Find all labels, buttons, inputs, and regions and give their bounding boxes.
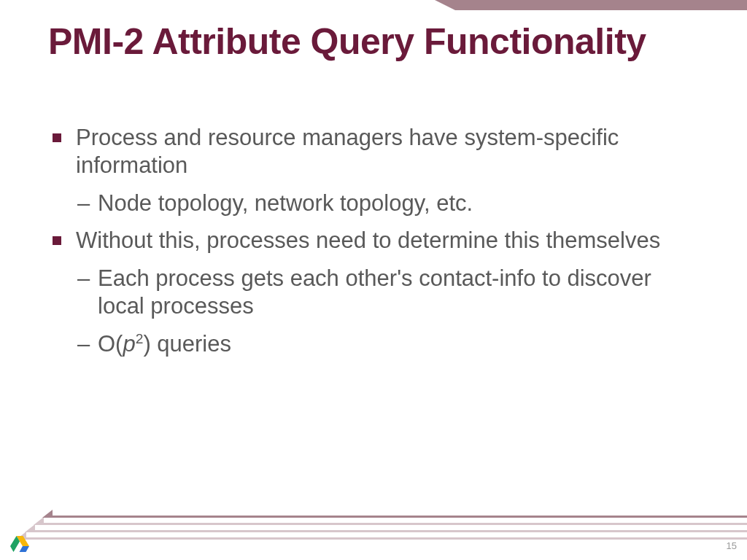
bullet-level1: Without this, processes need to determin…	[53, 227, 694, 254]
footer-stripe	[35, 530, 747, 532]
bullet-level2: O(p2) queries	[53, 330, 694, 358]
bullet-level2: Node topology, network topology, etc.	[53, 190, 694, 217]
footer-stripe	[44, 523, 747, 525]
footer-decoration	[0, 513, 747, 540]
complexity-prefix: O(	[98, 331, 123, 357]
slide-body: Process and resource managers have syste…	[53, 124, 694, 368]
complexity-variable: p	[123, 331, 135, 357]
page-number: 15	[727, 540, 737, 551]
complexity-exponent: 2	[136, 331, 144, 346]
bullet-level2: Each process gets each other's contact-i…	[53, 265, 694, 320]
complexity-suffix: ) queries	[143, 331, 231, 357]
slide-title: PMI-2 Attribute Query Functionality	[48, 22, 705, 61]
header-accent-tab	[455, 0, 747, 10]
footer-stripe	[53, 516, 747, 518]
bullet-level1: Process and resource managers have syste…	[53, 124, 694, 179]
footer-stripe	[26, 537, 747, 540]
svg-marker-1	[20, 546, 30, 552]
drive-logo-icon	[10, 535, 29, 553]
slide: PMI-2 Attribute Query Functionality Proc…	[0, 0, 747, 560]
